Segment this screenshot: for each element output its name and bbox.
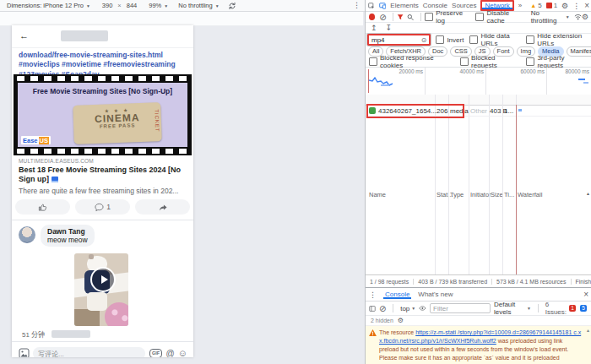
scroll-up-icon[interactable]: ▲ — [586, 191, 590, 196]
network-summary-bar: 1 / 98 requests 403 B / 739 kB transferr… — [366, 274, 591, 288]
avatar[interactable] — [19, 226, 35, 243]
chevron-down-icon: ▼ — [527, 306, 531, 311]
post-image[interactable]: Free Movie Streaming Sites [No Sign-Up] … — [14, 74, 192, 155]
console-scroll-up-icon[interactable]: ▲ — [586, 328, 590, 333]
tab-console[interactable]: Console — [423, 2, 447, 9]
drawer-menu-icon[interactable]: ⋮ — [369, 291, 377, 299]
devtools-menu-icon[interactable]: ⋮ — [572, 2, 580, 10]
network-settings-gear-icon[interactable]: ⚙ — [582, 13, 588, 21]
device-toolbar-menu-icon[interactable]: ⋮ — [353, 1, 361, 9]
times-label: × — [117, 2, 121, 9]
post-link-line[interactable]: download/free-movie-streaming-sites.html — [19, 51, 187, 60]
context-selector[interactable]: top ▼ — [400, 305, 415, 312]
share-button[interactable] — [135, 199, 190, 215]
col-waterfall[interactable]: Waterfall — [518, 191, 542, 198]
issues-blue-badge: 5 — [580, 305, 587, 312]
link-source: MULTIMEDIA.EASEUS.COM — [19, 158, 187, 164]
image-inner: Free Movie Streaming Sites [No Sign-Up] … — [18, 83, 187, 147]
warnings-indicator[interactable]: ▲ 5 — [530, 2, 541, 9]
tab-elements[interactable]: Elements — [390, 2, 418, 9]
annotation-request-row — [366, 104, 464, 118]
col-type[interactable]: Type — [450, 191, 464, 198]
device-panel: Dimensions: iPhone 12 Pro ▼ 390 × 844 99… — [0, 0, 365, 364]
thumbs-up-icon — [38, 203, 47, 212]
eye-icon[interactable] — [419, 305, 426, 312]
comment-timestamp[interactable]: 51 分钟 — [22, 329, 45, 339]
console-warning-message[interactable]: The resource https://z-m-stati /story.ph… — [366, 326, 591, 364]
summary-transferred: 403 B / 739 kB transferred — [414, 279, 492, 285]
network-conditions-icon[interactable] — [574, 14, 582, 20]
col-size[interactable]: Size — [491, 191, 503, 198]
viewport-height-input[interactable]: 844 — [127, 2, 138, 9]
close-devtools-icon[interactable]: × — [584, 1, 589, 10]
console-clear-icon[interactable]: ⊘ — [379, 305, 386, 312]
record-icon[interactable] — [369, 14, 375, 20]
import-har-icon[interactable]: ↥ — [371, 24, 377, 32]
comment-video[interactable] — [74, 253, 128, 326]
mention-icon[interactable]: @ — [166, 349, 175, 358]
col-time[interactable]: Ti... — [504, 191, 514, 198]
hidden-messages-label[interactable]: 2 hidden — [371, 318, 393, 323]
link-title[interactable]: Best 18 Free Movie Streaming Sites 2024 … — [19, 166, 187, 185]
console-sidebar-icon[interactable] — [369, 305, 376, 312]
col-name[interactable]: Name — [369, 191, 386, 198]
comment-input[interactable]: 写评论... — [33, 347, 145, 358]
tab-console-drawer[interactable]: Console — [383, 290, 411, 299]
play-icon — [101, 275, 108, 284]
comment-bubble[interactable]: Dawn Tang meow meow — [41, 225, 95, 247]
more-tabs-icon[interactable]: » — [518, 2, 522, 9]
like-button[interactable] — [15, 199, 70, 215]
hidden-filter-gear-icon[interactable]: ⚙ — [398, 317, 404, 324]
warning-text-prefix: The resource — [379, 329, 415, 335]
clear-icon[interactable]: ⊘ — [379, 14, 386, 21]
redacted-meta — [52, 330, 90, 338]
warning-triangle-icon: ▲ — [530, 3, 536, 8]
comment-composer: 写评论... GIF @ ☺ — [19, 345, 187, 357]
invert-checkbox[interactable]: Invert — [436, 35, 464, 44]
page-header: ← — [12, 25, 193, 48]
inspect-icon[interactable] — [368, 2, 375, 10]
log-levels-selector[interactable]: Default levels ▼ — [494, 301, 531, 316]
tab-sources[interactable]: Sources — [452, 2, 476, 9]
device-toolbar-icon[interactable] — [379, 2, 387, 10]
filmstrip-sprockets-top — [17, 76, 188, 81]
errors-indicator[interactable]: 1 — [546, 2, 557, 9]
summary-finish: Finish: 1.4 min — [572, 279, 591, 285]
export-har-icon[interactable]: ↧ — [386, 24, 393, 32]
network-overview-timeline[interactable]: 20000 ms 40000 ms 60000 ms 80000 ms — [366, 68, 591, 95]
easeus-logo: Ease US — [21, 136, 51, 144]
photo-icon[interactable] — [19, 348, 30, 358]
col-initiator[interactable]: Initiator — [470, 191, 491, 198]
viewport-width-input[interactable]: 390 — [102, 2, 113, 9]
play-button[interactable] — [90, 267, 116, 292]
search-icon[interactable] — [407, 14, 414, 21]
link-card-text[interactable]: MULTIMEDIA.EASEUS.COM Best 18 Free Movie… — [19, 158, 187, 195]
comment-button[interactable]: 1 — [75, 199, 130, 215]
link-description: There are quite a few free streaming sit… — [19, 187, 187, 195]
device-toolbar: Dimensions: iPhone 12 Pro ▼ 390 × 844 99… — [0, 0, 365, 12]
comment-input-placeholder: 写评论... — [38, 349, 64, 358]
gif-icon[interactable]: GIF — [149, 349, 161, 358]
issues-counter[interactable]: 6 Issues: 1 5 — [545, 301, 588, 316]
network-filter-input[interactable]: mp4 ⊙ — [367, 34, 431, 46]
comment-author[interactable]: Dawn Tang — [47, 227, 88, 236]
emoji-icon[interactable]: ☺ — [178, 348, 187, 357]
rotate-icon[interactable] — [228, 2, 236, 10]
throttling-selector[interactable]: No throttling ▼ — [178, 2, 219, 9]
close-drawer-icon[interactable]: × — [583, 290, 588, 299]
back-icon[interactable]: ← — [19, 30, 29, 41]
settings-gear-icon[interactable]: ⚙ — [561, 2, 568, 10]
request-initiator[interactable]: Other — [470, 107, 487, 115]
console-filter-input[interactable]: Filter — [430, 303, 491, 313]
filter-icon[interactable] — [397, 14, 404, 21]
device-selector[interactable]: Dimensions: iPhone 12 Pro ▼ — [7, 2, 90, 9]
cat-ear — [89, 254, 94, 259]
chevron-down-icon: ▼ — [164, 3, 168, 8]
tab-whats-new[interactable]: What's new — [418, 291, 453, 298]
zoom-selector[interactable]: 99% ▼ — [149, 2, 168, 9]
console-toolbar: ⊘ top ▼ Filter Default levels ▼ 6 Issues… — [366, 302, 591, 316]
timeline-right-mark — [578, 79, 585, 80]
filter-settings-icon[interactable]: ⊙ — [421, 36, 427, 44]
timeline-activity-sparkline — [369, 77, 403, 89]
post-link-line[interactable]: #movieclips #movietime #freemoviestreami… — [19, 60, 187, 69]
